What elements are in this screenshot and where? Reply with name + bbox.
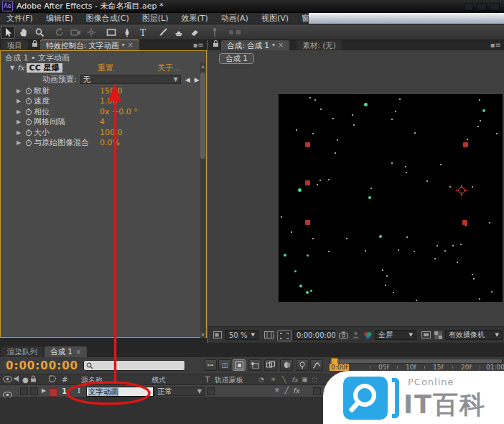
expander-icon[interactable]: ▶ (17, 109, 24, 115)
pan-behind-tool-icon[interactable] (84, 26, 98, 39)
tab-close-icon[interactable]: × (75, 349, 81, 356)
maximize-button[interactable] (477, 3, 487, 11)
tab-close-icon[interactable]: × (278, 42, 284, 49)
effect-point-crosshair-icon[interactable] (456, 185, 467, 196)
comp-flowchart-chip[interactable]: 合成 1 (219, 53, 254, 64)
effect-reset-link[interactable]: 重置 (98, 63, 113, 73)
scroll-up-icon[interactable]: ▲ (200, 63, 205, 69)
show-snapshot-icon[interactable] (350, 330, 360, 340)
clone-stamp-tool-icon[interactable] (172, 26, 186, 39)
comp-timecode[interactable]: 0:00:00:00 (293, 330, 335, 340)
menu-composition[interactable]: 图像合成(C) (79, 13, 135, 24)
track-matte-column-header[interactable]: 轨道蒙板 (215, 375, 243, 384)
comp-mini-flowchart-icon[interactable]: ⊶ (204, 359, 217, 371)
expander-icon[interactable]: ▶ (17, 129, 24, 136)
safe-margins-icon[interactable] (263, 330, 276, 340)
panel-menu-icon[interactable]: ▪≡ (490, 40, 501, 50)
tab-timeline-comp[interactable]: 合成 1 × (45, 346, 87, 357)
selection-tool-icon[interactable] (1, 26, 15, 39)
tab-render-queue[interactable]: 渲染队列 (1, 346, 43, 357)
menu-edit[interactable]: 编辑(E) (39, 13, 80, 24)
type-tool-icon[interactable]: T (136, 26, 150, 39)
panel-lock-icon[interactable] (213, 37, 219, 50)
layer-motion-blur-toggle[interactable] (313, 387, 321, 395)
draft-3d-icon[interactable]: ◫ (218, 359, 231, 371)
tab-composition[interactable]: 合成: 合成 1 ▾ × (221, 40, 289, 50)
next-preset-icon[interactable]: ▶ (195, 76, 200, 83)
brainstorm-icon[interactable] (296, 359, 309, 371)
graph-editor-icon[interactable] (310, 359, 323, 371)
stopwatch-icon[interactable] (24, 118, 34, 126)
eraser-tool-icon[interactable] (187, 26, 202, 39)
layer-mode-dropdown[interactable]: 正常 ▼ (154, 387, 205, 396)
always-preview-icon[interactable] (212, 330, 223, 340)
channel-rgb-icon[interactable] (362, 330, 373, 340)
menu-animation[interactable]: 动画(A) (215, 13, 255, 24)
transparency-grid-icon[interactable] (432, 330, 444, 340)
tab-project[interactable]: 项目 (1, 40, 28, 50)
panel-menu-icon[interactable]: ▪≡ (193, 40, 204, 50)
layer-fx-icon[interactable]: fx (293, 387, 299, 395)
motion-blur-icon[interactable] (280, 359, 293, 371)
stopwatch-icon[interactable] (24, 97, 34, 105)
source-name-column-header[interactable]: 源名称 (81, 375, 103, 384)
zoom-level-dropdown[interactable]: 50 %▼ (225, 330, 258, 340)
tab-dropdown-caret-icon[interactable]: ▾ (121, 40, 124, 50)
layer-expander-icon[interactable]: ▶ (42, 387, 46, 394)
work-area-bar[interactable] (330, 359, 503, 364)
rotation-tool-icon[interactable] (52, 26, 67, 39)
layer-audio-toggle[interactable] (20, 387, 28, 395)
stopwatch-icon[interactable] (24, 108, 34, 116)
active-camera-dropdown[interactable]: 有效摄像机▼ (445, 330, 503, 340)
frame-blend-icon[interactable] (264, 359, 277, 371)
timeline-search-box[interactable] (83, 360, 185, 371)
live-update-icon[interactable] (233, 359, 246, 371)
shape-tool-icon[interactable] (104, 26, 118, 39)
expander-icon[interactable]: ▶ (17, 98, 24, 104)
property-value[interactable]: 150.0 (100, 86, 123, 96)
label-column-icon[interactable] (49, 375, 57, 384)
tab-close-icon[interactable]: × (127, 42, 133, 49)
search-input[interactable] (93, 361, 175, 371)
preserve-transparency-column-header[interactable]: T (205, 375, 210, 384)
toggle-mask-icon[interactable] (419, 330, 432, 340)
tab-effect-controls[interactable]: 特效控制台: 文字动画 ▾ × (40, 40, 139, 50)
current-time-display[interactable]: 0:00:00:00 (6, 359, 78, 372)
stopwatch-icon[interactable] (24, 129, 34, 137)
property-value[interactable]: 1.00 (100, 96, 118, 106)
effect-about-link[interactable]: 关于... (157, 63, 181, 73)
minimize-button[interactable] (464, 3, 474, 11)
effect-name[interactable]: CC 星爆 (27, 63, 62, 73)
menu-file[interactable]: 文件(F) (0, 13, 39, 24)
layer-quality-icon[interactable]: ✳ ╱ (274, 387, 290, 394)
property-value[interactable]: 0x +0.0 ° (100, 107, 138, 116)
layer-solo-toggle[interactable] (30, 387, 38, 395)
panel-lock-icon[interactable] (32, 37, 38, 50)
resolution-dropdown[interactable]: 全屏▼ (375, 330, 416, 340)
camera-tool-icon[interactable] (68, 26, 83, 39)
preset-dropdown[interactable]: 无 ▼ (80, 75, 181, 84)
region-of-interest-icon[interactable] (277, 330, 291, 341)
scroll-down-icon[interactable]: ▼ (200, 331, 205, 338)
brush-tool-icon[interactable] (156, 26, 170, 39)
shy-layers-icon[interactable] (248, 359, 261, 371)
pen-tool-icon[interactable] (120, 26, 134, 39)
stopwatch-icon[interactable] (24, 87, 34, 95)
menu-effect[interactable]: 效果(T) (174, 13, 214, 24)
fx-badge[interactable]: fx (17, 64, 24, 72)
index-column-header[interactable]: # (62, 375, 67, 384)
layer-label-swatch[interactable] (49, 388, 57, 397)
preserve-transparency-toggle[interactable] (207, 387, 215, 395)
expander-icon[interactable]: ▶ (17, 88, 24, 94)
comp-canvas[interactable] (279, 94, 503, 302)
layer-name-input[interactable]: 文字动画 (86, 387, 154, 397)
effect-panel-scrollbar[interactable]: ▲ ▼ (200, 63, 205, 338)
hand-tool-icon[interactable] (17, 26, 31, 39)
tab-footage[interactable]: 素材: (无) (297, 40, 342, 50)
mode-column-header[interactable]: 模式 (151, 375, 166, 384)
expander-icon[interactable]: ▶ (17, 139, 24, 146)
property-value[interactable]: 4 (100, 117, 105, 126)
menu-view[interactable]: 视图(V) (255, 13, 295, 24)
expander-icon[interactable]: ▶ (17, 119, 24, 125)
effect-expander-icon[interactable]: ▼ (10, 65, 14, 71)
